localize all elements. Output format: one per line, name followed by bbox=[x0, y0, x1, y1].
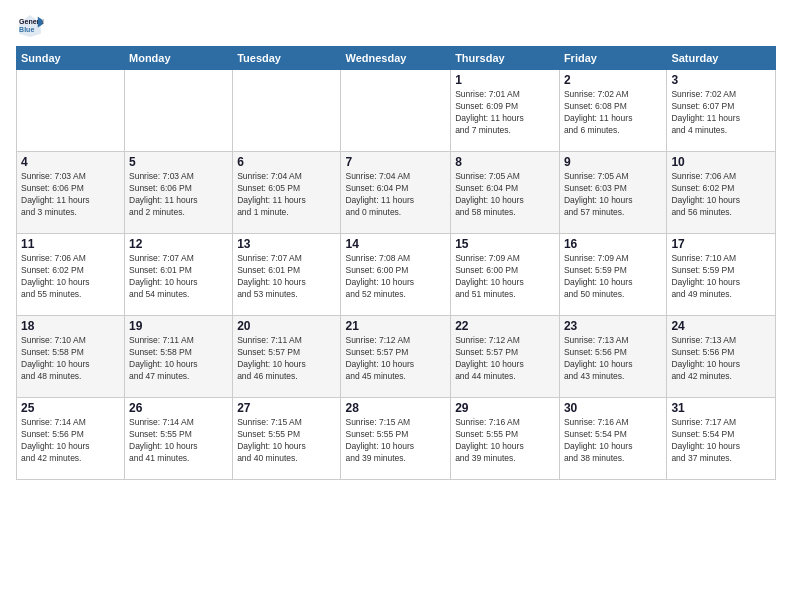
calendar-cell: 14Sunrise: 7:08 AMSunset: 6:00 PMDayligh… bbox=[341, 234, 451, 316]
day-number: 7 bbox=[345, 155, 446, 169]
day-number: 14 bbox=[345, 237, 446, 251]
calendar-cell: 8Sunrise: 7:05 AMSunset: 6:04 PMDaylight… bbox=[451, 152, 560, 234]
calendar-table: SundayMondayTuesdayWednesdayThursdayFrid… bbox=[16, 46, 776, 480]
day-number: 10 bbox=[671, 155, 771, 169]
calendar-cell bbox=[17, 70, 125, 152]
calendar-cell: 17Sunrise: 7:10 AMSunset: 5:59 PMDayligh… bbox=[667, 234, 776, 316]
calendar-cell: 1Sunrise: 7:01 AMSunset: 6:09 PMDaylight… bbox=[451, 70, 560, 152]
day-info: Sunrise: 7:11 AMSunset: 5:58 PMDaylight:… bbox=[129, 335, 228, 383]
calendar-cell: 13Sunrise: 7:07 AMSunset: 6:01 PMDayligh… bbox=[233, 234, 341, 316]
day-number: 2 bbox=[564, 73, 662, 87]
day-info: Sunrise: 7:01 AMSunset: 6:09 PMDaylight:… bbox=[455, 89, 555, 137]
calendar-week-4: 18Sunrise: 7:10 AMSunset: 5:58 PMDayligh… bbox=[17, 316, 776, 398]
calendar-cell bbox=[341, 70, 451, 152]
weekday-header-tuesday: Tuesday bbox=[233, 47, 341, 70]
day-number: 31 bbox=[671, 401, 771, 415]
day-number: 13 bbox=[237, 237, 336, 251]
day-number: 24 bbox=[671, 319, 771, 333]
calendar-cell: 10Sunrise: 7:06 AMSunset: 6:02 PMDayligh… bbox=[667, 152, 776, 234]
calendar-cell: 26Sunrise: 7:14 AMSunset: 5:55 PMDayligh… bbox=[125, 398, 233, 480]
calendar-cell: 3Sunrise: 7:02 AMSunset: 6:07 PMDaylight… bbox=[667, 70, 776, 152]
day-info: Sunrise: 7:03 AMSunset: 6:06 PMDaylight:… bbox=[21, 171, 120, 219]
calendar-cell: 4Sunrise: 7:03 AMSunset: 6:06 PMDaylight… bbox=[17, 152, 125, 234]
calendar-week-5: 25Sunrise: 7:14 AMSunset: 5:56 PMDayligh… bbox=[17, 398, 776, 480]
day-info: Sunrise: 7:10 AMSunset: 5:59 PMDaylight:… bbox=[671, 253, 771, 301]
day-info: Sunrise: 7:09 AMSunset: 6:00 PMDaylight:… bbox=[455, 253, 555, 301]
day-number: 12 bbox=[129, 237, 228, 251]
day-info: Sunrise: 7:11 AMSunset: 5:57 PMDaylight:… bbox=[237, 335, 336, 383]
day-info: Sunrise: 7:07 AMSunset: 6:01 PMDaylight:… bbox=[129, 253, 228, 301]
day-number: 18 bbox=[21, 319, 120, 333]
day-info: Sunrise: 7:14 AMSunset: 5:55 PMDaylight:… bbox=[129, 417, 228, 465]
day-info: Sunrise: 7:10 AMSunset: 5:58 PMDaylight:… bbox=[21, 335, 120, 383]
calendar-cell: 23Sunrise: 7:13 AMSunset: 5:56 PMDayligh… bbox=[559, 316, 666, 398]
day-info: Sunrise: 7:12 AMSunset: 5:57 PMDaylight:… bbox=[455, 335, 555, 383]
calendar-cell: 27Sunrise: 7:15 AMSunset: 5:55 PMDayligh… bbox=[233, 398, 341, 480]
day-info: Sunrise: 7:06 AMSunset: 6:02 PMDaylight:… bbox=[671, 171, 771, 219]
weekday-header-wednesday: Wednesday bbox=[341, 47, 451, 70]
day-number: 4 bbox=[21, 155, 120, 169]
day-info: Sunrise: 7:05 AMSunset: 6:04 PMDaylight:… bbox=[455, 171, 555, 219]
day-number: 11 bbox=[21, 237, 120, 251]
calendar-cell: 15Sunrise: 7:09 AMSunset: 6:00 PMDayligh… bbox=[451, 234, 560, 316]
calendar-week-1: 1Sunrise: 7:01 AMSunset: 6:09 PMDaylight… bbox=[17, 70, 776, 152]
header: General Blue bbox=[16, 12, 776, 40]
day-info: Sunrise: 7:17 AMSunset: 5:54 PMDaylight:… bbox=[671, 417, 771, 465]
page: General Blue SundayMondayTuesdayWednesda… bbox=[0, 0, 792, 612]
day-number: 27 bbox=[237, 401, 336, 415]
day-info: Sunrise: 7:02 AMSunset: 6:07 PMDaylight:… bbox=[671, 89, 771, 137]
day-number: 25 bbox=[21, 401, 120, 415]
day-info: Sunrise: 7:14 AMSunset: 5:56 PMDaylight:… bbox=[21, 417, 120, 465]
calendar-cell: 22Sunrise: 7:12 AMSunset: 5:57 PMDayligh… bbox=[451, 316, 560, 398]
calendar-cell: 24Sunrise: 7:13 AMSunset: 5:56 PMDayligh… bbox=[667, 316, 776, 398]
calendar-cell: 7Sunrise: 7:04 AMSunset: 6:04 PMDaylight… bbox=[341, 152, 451, 234]
day-info: Sunrise: 7:15 AMSunset: 5:55 PMDaylight:… bbox=[345, 417, 446, 465]
day-info: Sunrise: 7:04 AMSunset: 6:05 PMDaylight:… bbox=[237, 171, 336, 219]
calendar-cell: 21Sunrise: 7:12 AMSunset: 5:57 PMDayligh… bbox=[341, 316, 451, 398]
calendar-cell: 31Sunrise: 7:17 AMSunset: 5:54 PMDayligh… bbox=[667, 398, 776, 480]
day-number: 8 bbox=[455, 155, 555, 169]
weekday-header-saturday: Saturday bbox=[667, 47, 776, 70]
calendar-cell: 28Sunrise: 7:15 AMSunset: 5:55 PMDayligh… bbox=[341, 398, 451, 480]
calendar-cell: 20Sunrise: 7:11 AMSunset: 5:57 PMDayligh… bbox=[233, 316, 341, 398]
day-number: 5 bbox=[129, 155, 228, 169]
weekday-header-sunday: Sunday bbox=[17, 47, 125, 70]
svg-text:Blue: Blue bbox=[19, 26, 34, 33]
day-number: 20 bbox=[237, 319, 336, 333]
calendar-header-row: SundayMondayTuesdayWednesdayThursdayFrid… bbox=[17, 47, 776, 70]
day-number: 9 bbox=[564, 155, 662, 169]
calendar-cell: 6Sunrise: 7:04 AMSunset: 6:05 PMDaylight… bbox=[233, 152, 341, 234]
weekday-header-monday: Monday bbox=[125, 47, 233, 70]
day-number: 16 bbox=[564, 237, 662, 251]
calendar-cell: 30Sunrise: 7:16 AMSunset: 5:54 PMDayligh… bbox=[559, 398, 666, 480]
calendar-cell: 18Sunrise: 7:10 AMSunset: 5:58 PMDayligh… bbox=[17, 316, 125, 398]
day-info: Sunrise: 7:16 AMSunset: 5:55 PMDaylight:… bbox=[455, 417, 555, 465]
day-info: Sunrise: 7:09 AMSunset: 5:59 PMDaylight:… bbox=[564, 253, 662, 301]
day-info: Sunrise: 7:04 AMSunset: 6:04 PMDaylight:… bbox=[345, 171, 446, 219]
day-number: 3 bbox=[671, 73, 771, 87]
day-info: Sunrise: 7:16 AMSunset: 5:54 PMDaylight:… bbox=[564, 417, 662, 465]
day-number: 28 bbox=[345, 401, 446, 415]
day-info: Sunrise: 7:05 AMSunset: 6:03 PMDaylight:… bbox=[564, 171, 662, 219]
day-info: Sunrise: 7:07 AMSunset: 6:01 PMDaylight:… bbox=[237, 253, 336, 301]
day-number: 22 bbox=[455, 319, 555, 333]
day-info: Sunrise: 7:06 AMSunset: 6:02 PMDaylight:… bbox=[21, 253, 120, 301]
day-info: Sunrise: 7:02 AMSunset: 6:08 PMDaylight:… bbox=[564, 89, 662, 137]
calendar-cell: 5Sunrise: 7:03 AMSunset: 6:06 PMDaylight… bbox=[125, 152, 233, 234]
day-info: Sunrise: 7:15 AMSunset: 5:55 PMDaylight:… bbox=[237, 417, 336, 465]
weekday-header-thursday: Thursday bbox=[451, 47, 560, 70]
calendar-cell: 11Sunrise: 7:06 AMSunset: 6:02 PMDayligh… bbox=[17, 234, 125, 316]
day-info: Sunrise: 7:08 AMSunset: 6:00 PMDaylight:… bbox=[345, 253, 446, 301]
day-info: Sunrise: 7:13 AMSunset: 5:56 PMDaylight:… bbox=[564, 335, 662, 383]
calendar-week-3: 11Sunrise: 7:06 AMSunset: 6:02 PMDayligh… bbox=[17, 234, 776, 316]
calendar-cell bbox=[233, 70, 341, 152]
day-number: 21 bbox=[345, 319, 446, 333]
day-number: 19 bbox=[129, 319, 228, 333]
day-info: Sunrise: 7:12 AMSunset: 5:57 PMDaylight:… bbox=[345, 335, 446, 383]
calendar-cell bbox=[125, 70, 233, 152]
day-info: Sunrise: 7:03 AMSunset: 6:06 PMDaylight:… bbox=[129, 171, 228, 219]
logo: General Blue bbox=[16, 12, 46, 40]
day-number: 6 bbox=[237, 155, 336, 169]
calendar-cell: 19Sunrise: 7:11 AMSunset: 5:58 PMDayligh… bbox=[125, 316, 233, 398]
day-info: Sunrise: 7:13 AMSunset: 5:56 PMDaylight:… bbox=[671, 335, 771, 383]
